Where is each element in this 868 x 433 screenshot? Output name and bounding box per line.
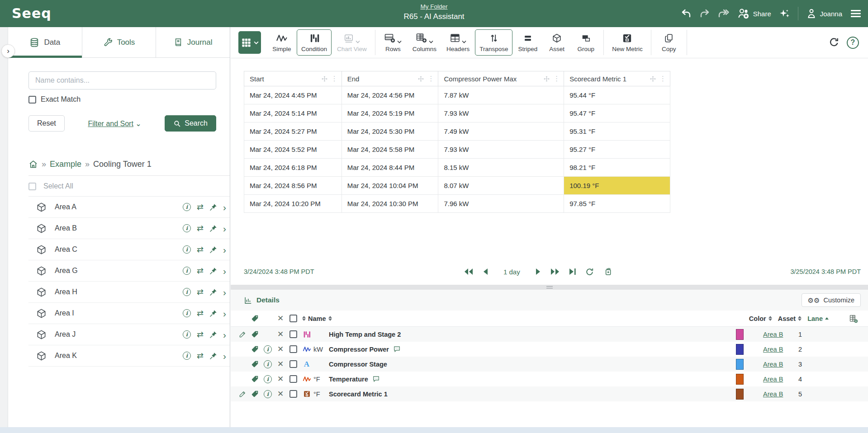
- sidebar-collapse-strip[interactable]: [0, 27, 8, 427]
- swap-asset-icon[interactable]: ⇄: [197, 352, 204, 360]
- asset-list-item[interactable]: Area J i ⇄ ›: [28, 324, 230, 345]
- edit-pencil-icon[interactable]: [237, 331, 248, 338]
- column-header-end[interactable]: End ⋮: [342, 71, 438, 86]
- user-menu[interactable]: Joanna: [806, 8, 842, 19]
- drag-handle-icon[interactable]: ⋮: [331, 75, 338, 83]
- condition-table-row[interactable]: Mar 24, 2024 10:20 PM Mar 24, 2024 10:30…: [244, 195, 670, 213]
- info-icon[interactable]: i: [183, 245, 191, 254]
- tab-data[interactable]: Data: [8, 27, 82, 57]
- drag-handle-icon[interactable]: ⋮: [427, 75, 434, 83]
- pin-icon[interactable]: [209, 352, 217, 360]
- asset-link[interactable]: Area B: [763, 331, 783, 338]
- cell-end[interactable]: Mar 24, 2024 10:04 PM: [342, 177, 438, 195]
- swap-asset-icon[interactable]: ⇄: [197, 288, 204, 296]
- asset-list-item[interactable]: Area K i ⇄ ›: [28, 345, 230, 367]
- row-checkbox[interactable]: [289, 330, 297, 338]
- add-column-icon[interactable]: [849, 314, 858, 323]
- sort-type-control[interactable]: [302, 316, 306, 321]
- refresh-icon[interactable]: [829, 37, 840, 48]
- condition-table-row[interactable]: Mar 24, 2024 8:56 PM Mar 24, 2024 10:04 …: [244, 177, 670, 195]
- search-input[interactable]: [28, 71, 216, 89]
- condition-table-row[interactable]: Mar 24, 2024 5:27 PM Mar 24, 2024 5:30 P…: [244, 122, 670, 141]
- move-icon[interactable]: [321, 75, 328, 82]
- columns-button[interactable]: Columns: [408, 29, 441, 56]
- exact-match-box[interactable]: [28, 96, 36, 104]
- pin-icon[interactable]: [209, 331, 217, 339]
- remove-item-icon[interactable]: ✕: [275, 389, 286, 399]
- drag-handle-icon[interactable]: ⋮: [659, 75, 666, 83]
- cell-end[interactable]: Mar 24, 2024 5:58 PM: [342, 141, 438, 159]
- asset-link[interactable]: Area B: [763, 361, 783, 368]
- panel-splitter[interactable]: [231, 285, 868, 290]
- asset-link[interactable]: Area B: [763, 346, 783, 353]
- cell-end[interactable]: Mar 24, 2024 8:44 PM: [342, 159, 438, 177]
- asset-button[interactable]: Asset: [543, 29, 571, 56]
- drilldown-chevron-icon[interactable]: ›: [223, 224, 226, 233]
- row-checkbox[interactable]: [289, 345, 297, 353]
- search-button[interactable]: Search: [165, 115, 216, 132]
- redo-icon[interactable]: [699, 8, 710, 19]
- pin-icon[interactable]: [209, 310, 217, 317]
- redo-all-icon[interactable]: [718, 8, 730, 19]
- sort-asset-control[interactable]: [798, 316, 802, 321]
- pin-icon[interactable]: [209, 203, 217, 211]
- sort-lane-asc-control[interactable]: [825, 317, 829, 320]
- help-icon[interactable]: ?: [847, 37, 859, 49]
- my-folder-link[interactable]: My Folder: [420, 3, 447, 10]
- tag-icon[interactable]: [248, 375, 261, 383]
- lane-column-header[interactable]: Lane: [807, 315, 823, 322]
- exact-match-checkbox[interactable]: Exact Match: [28, 95, 230, 104]
- tag-icon[interactable]: [248, 390, 261, 398]
- asset-list-item[interactable]: Area A i ⇄ ›: [28, 197, 230, 218]
- edit-pencil-icon[interactable]: [237, 391, 248, 398]
- cell-scorecard-metric-1[interactable]: 97.85 °F: [564, 195, 670, 213]
- remove-item-icon[interactable]: ✕: [275, 329, 286, 339]
- cell-compressor-power-max[interactable]: 7.96 kW: [438, 195, 564, 213]
- rows-button[interactable]: Rows: [379, 29, 407, 56]
- tag-icon[interactable]: [248, 360, 261, 368]
- swap-asset-icon[interactable]: ⇄: [197, 203, 204, 211]
- condition-table-row[interactable]: Mar 24, 2024 4:45 PM Mar 24, 2024 4:56 P…: [244, 86, 670, 104]
- column-header-scorecard-metric-1[interactable]: Scorecard Metric 1 ⋮: [564, 71, 670, 86]
- condition-table-button[interactable]: Condition: [297, 29, 332, 56]
- filter-and-sort-link[interactable]: Filter and Sort ⌄: [65, 119, 165, 128]
- cell-start[interactable]: Mar 24, 2024 6:18 PM: [244, 159, 342, 177]
- condition-table-row[interactable]: Mar 24, 2024 5:52 PM Mar 24, 2024 5:58 P…: [244, 141, 670, 159]
- drag-handle-icon[interactable]: ⋮: [553, 75, 560, 83]
- cell-start[interactable]: Mar 24, 2024 5:27 PM: [244, 122, 342, 141]
- duration-label[interactable]: 1 day: [503, 268, 520, 276]
- info-icon[interactable]: i: [264, 390, 272, 398]
- striped-button[interactable]: Striped: [513, 29, 542, 56]
- drilldown-chevron-icon[interactable]: ›: [223, 351, 226, 361]
- info-icon[interactable]: i: [183, 267, 191, 275]
- asset-column-header[interactable]: Asset: [778, 315, 796, 322]
- row-checkbox[interactable]: [289, 390, 297, 398]
- sort-name-control[interactable]: [328, 316, 332, 321]
- tab-journal[interactable]: Journal: [156, 27, 230, 57]
- cell-compressor-power-max[interactable]: 7.93 kW: [438, 141, 564, 159]
- drilldown-chevron-icon[interactable]: ›: [223, 330, 226, 339]
- cell-scorecard-metric-1[interactable]: 100.19 °F: [564, 177, 670, 195]
- details-row[interactable]: i ✕ kW Compressor Power Area B 2: [231, 342, 868, 357]
- tab-tools[interactable]: Tools: [82, 27, 157, 57]
- drilldown-chevron-icon[interactable]: ›: [223, 309, 226, 318]
- asset-list-item[interactable]: Area B i ⇄ ›: [28, 218, 230, 239]
- simple-table-button[interactable]: Simple: [268, 29, 296, 56]
- info-icon[interactable]: i: [183, 352, 191, 360]
- home-icon[interactable]: [28, 160, 38, 169]
- breadcrumb-example-link[interactable]: Example: [50, 160, 81, 169]
- cell-start[interactable]: Mar 24, 2024 8:56 PM: [244, 177, 342, 195]
- asset-list-item[interactable]: Area I i ⇄ ›: [28, 303, 230, 324]
- cell-scorecard-metric-1[interactable]: 95.27 °F: [564, 141, 670, 159]
- color-swatch[interactable]: [736, 359, 744, 370]
- drilldown-chevron-icon[interactable]: ›: [223, 287, 226, 297]
- transpose-button[interactable]: Transpose: [475, 29, 512, 56]
- swap-asset-icon[interactable]: ⇄: [197, 267, 204, 275]
- condition-table-row[interactable]: Mar 24, 2024 5:14 PM Mar 24, 2024 5:19 P…: [244, 104, 670, 122]
- move-icon[interactable]: [543, 75, 550, 82]
- cell-start[interactable]: Mar 24, 2024 5:52 PM: [244, 141, 342, 159]
- info-icon[interactable]: i: [264, 375, 272, 383]
- cell-end[interactable]: Mar 24, 2024 5:19 PM: [342, 104, 438, 122]
- comment-bubble-icon[interactable]: [393, 346, 401, 353]
- auto-update-icon[interactable]: [585, 268, 594, 276]
